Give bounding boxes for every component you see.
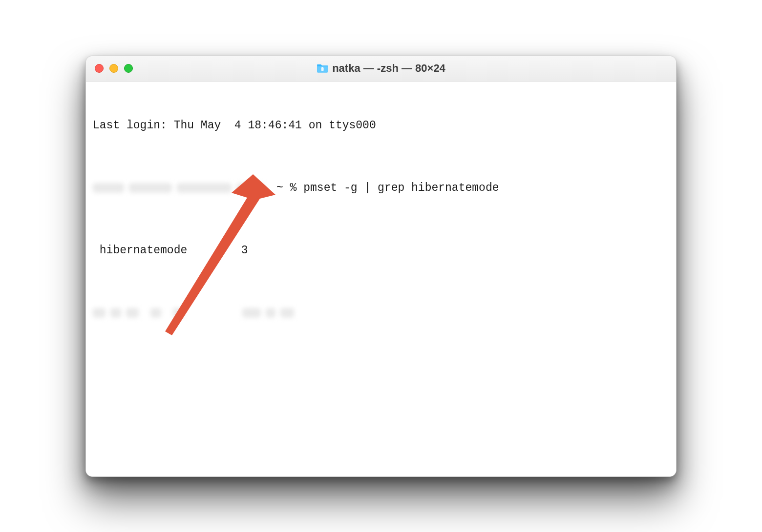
redacted-segment [280, 308, 294, 318]
svg-rect-1 [321, 67, 323, 68]
command-text: pmset -g | grep hibernatemode [303, 180, 499, 196]
window-title: natka — -zsh — 80×24 [317, 62, 445, 75]
terminal-output-area[interactable]: Last login: Thu May 4 18:46:41 on ttys00… [86, 82, 676, 476]
close-button[interactable] [95, 64, 104, 73]
last-login-text: Last login: Thu May 4 18:46:41 on ttys00… [93, 118, 376, 133]
output-line: hibernatemode 3 [93, 243, 669, 258]
output-value: 3 [241, 243, 248, 258]
last-login-line: Last login: Thu May 4 18:46:41 on ttys00… [93, 118, 669, 133]
arrow-annotation [153, 143, 280, 304]
redacted-segment [150, 308, 161, 318]
terminal-window: natka — -zsh — 80×24 Last login: Thu May… [85, 56, 677, 477]
window-titlebar[interactable]: natka — -zsh — 80×24 [86, 56, 676, 82]
redacted-segment [93, 183, 124, 193]
maximize-button[interactable] [124, 64, 133, 73]
redacted-segment [129, 183, 172, 193]
redacted-segment [126, 308, 139, 318]
svg-rect-0 [321, 68, 324, 71]
redacted-segment [173, 308, 184, 318]
redacted-segment [177, 183, 232, 193]
window-controls [95, 64, 133, 73]
output-label: hibernatemode [93, 243, 241, 258]
folder-icon [317, 63, 328, 73]
redacted-segment [93, 308, 106, 318]
prompt-suffix: ~ % [276, 180, 303, 196]
minimize-button[interactable] [109, 64, 118, 73]
redacted-segment [266, 308, 275, 318]
window-title-text: natka — -zsh — 80×24 [332, 62, 445, 75]
redacted-line [93, 305, 669, 321]
redacted-segment [110, 308, 121, 318]
prompt-line: ~ % pmset -g | grep hibernatemode [93, 180, 669, 196]
redacted-segment [242, 308, 261, 318]
redacted-segment [236, 183, 264, 193]
